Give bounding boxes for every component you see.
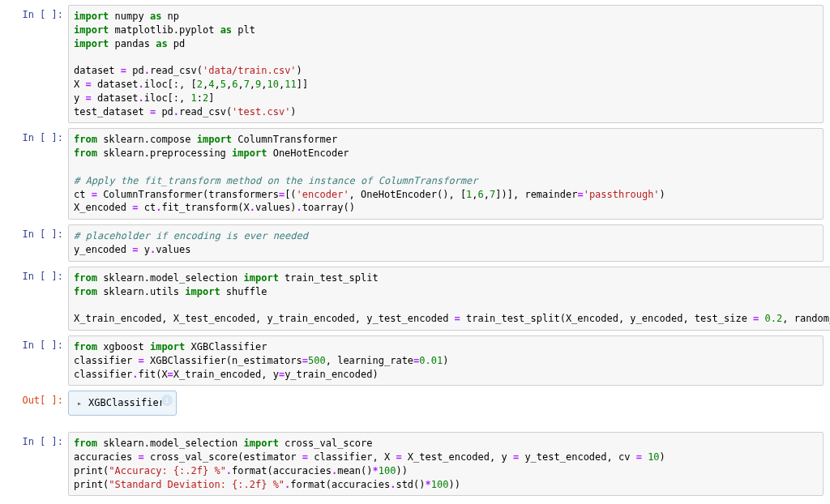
code-input[interactable]: from xgboost import XGBClassifier classi… [68,335,824,386]
code-input[interactable]: # placeholder if encoding is ever needed… [68,224,824,262]
code-input[interactable]: from sklearn.model_selection import cros… [68,432,824,496]
input-prompt: In [ ]: [6,128,68,220]
input-prompt: In [ ]: [6,224,68,262]
notebook: In [ ]:import numpy as np import matplot… [0,0,830,504]
input-prompt: In [ ]: [6,335,68,386]
code-cell: In [ ]:from sklearn.model_selection impo… [6,267,824,331]
cell-body: from sklearn.compose import ColumnTransf… [68,128,824,220]
cell-body: import numpy as np import matplotlib.pyp… [68,5,824,123]
code-input[interactable]: from sklearn.compose import ColumnTransf… [68,128,824,220]
code-input[interactable]: from sklearn.model_selection import trai… [68,267,830,331]
input-prompt: In [ ]: [6,267,68,331]
xgb-classifier-output[interactable]: ▸XGBClassifieri [68,391,177,416]
code-input[interactable]: import numpy as np import matplotlib.pyp… [68,5,824,123]
code-cell: In [ ]:# placeholder if encoding is ever… [6,224,824,262]
cell-body: from xgboost import XGBClassifier classi… [68,335,824,386]
code-cell: In [ ]:import numpy as np import matplot… [6,5,824,123]
input-prompt: In [ ]: [6,432,68,496]
code-cell: In [ ]:from sklearn.model_selection impo… [6,432,824,496]
input-prompt: In [ ]: [6,5,68,123]
code-cell: In [ ]:from sklearn.compose import Colum… [6,128,824,220]
output-cell: Accuracy: 83.27 % Standard Deviation: 4.… [6,501,824,504]
cell-body: from sklearn.model_selection import trai… [68,267,830,331]
stdout-output: Accuracy: 83.27 % Standard Deviation: 4.… [68,501,824,504]
code-cell: In [ ]:from xgboost import XGBClassifier… [6,335,824,386]
output-prompt-empty [6,501,68,504]
xgb-label: XGBClassifier [88,396,165,410]
output-cell: Out[ ]:▸XGBClassifieri [6,391,824,416]
cell-body: # placeholder if encoding is ever needed… [68,224,824,262]
expand-triangle-icon[interactable]: ▸ [77,398,82,409]
output-prompt: Out[ ]: [6,391,68,416]
info-icon[interactable]: i [161,395,173,406]
cell-body: from sklearn.model_selection import cros… [68,432,824,496]
